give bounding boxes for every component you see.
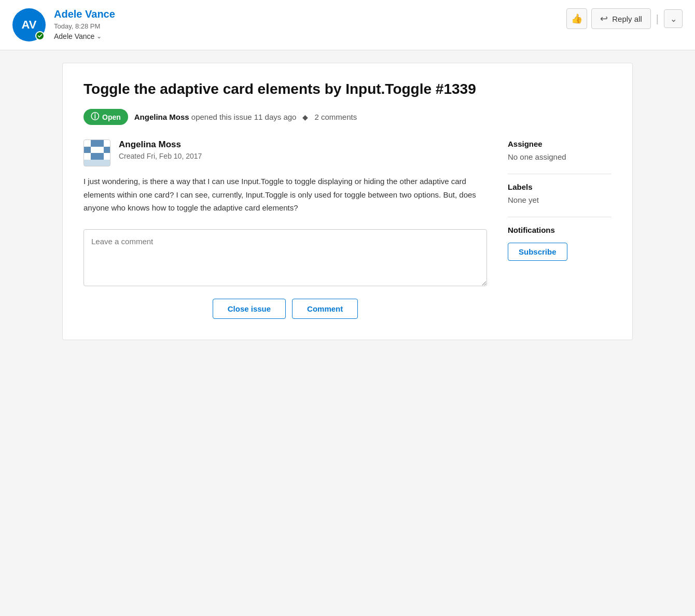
notifications-section: Notifications Subscribe <box>508 226 611 261</box>
sender-to: Adele Vance ⌄ <box>54 32 115 40</box>
thumbs-up-button[interactable]: 👍 <box>566 8 587 29</box>
header-actions: 👍 ↩ Reply all | ⌄ <box>566 8 683 29</box>
sidebar-divider-1 <box>508 174 611 174</box>
notifications-title: Notifications <box>508 226 611 234</box>
online-badge <box>35 31 45 40</box>
chevron-down-icon: ⌄ <box>670 14 677 24</box>
sender-name[interactable]: Adele Vance <box>54 8 115 20</box>
diamond-icon: ◆ <box>302 113 308 121</box>
avatar-initials: AV <box>22 18 37 32</box>
comments-count: 2 comments <box>314 113 357 121</box>
actions-dropdown-button[interactable]: ⌄ <box>664 9 683 28</box>
reply-icon: ↩ <box>600 13 608 24</box>
issue-sidebar: Assignee No one assigned Labels None yet… <box>508 139 611 273</box>
commenter-header: Angelina Moss Created Fri, Feb 10, 2017 <box>84 139 487 166</box>
reply-all-button[interactable]: ↩ Reply all <box>591 8 651 29</box>
email-header: AV Adele Vance Today, 8:28 PM Adele Vanc… <box>0 0 695 50</box>
comment-textarea[interactable] <box>84 229 487 286</box>
commenter-avatar <box>84 139 110 166</box>
thumbs-up-icon: 👍 <box>571 13 582 24</box>
close-issue-button[interactable]: Close issue <box>213 299 286 319</box>
open-icon: ⓘ <box>91 111 99 122</box>
issue-body-text: I just wondering, is there a way that I … <box>84 175 487 215</box>
recipient-chevron-icon[interactable]: ⌄ <box>96 33 102 40</box>
comment-button[interactable]: Comment <box>292 299 358 319</box>
assignee-title: Assignee <box>508 139 611 148</box>
subscribe-button[interactable]: Subscribe <box>508 243 567 261</box>
issue-main: Angelina Moss Created Fri, Feb 10, 2017 … <box>84 139 487 319</box>
sidebar-divider-2 <box>508 217 611 217</box>
action-buttons: Close issue Comment <box>84 299 487 319</box>
sender-info: Adele Vance Today, 8:28 PM Adele Vance ⌄ <box>54 8 115 40</box>
labels-title: Labels <box>508 183 611 191</box>
labels-section: Labels None yet <box>508 183 611 204</box>
assignee-section: Assignee No one assigned <box>508 139 611 161</box>
issue-meta-text: Angelina Moss opened this issue 11 days … <box>134 113 297 121</box>
issue-author: Angelina Moss <box>134 113 189 121</box>
issue-meta: ⓘ Open Angelina Moss opened this issue 1… <box>84 109 611 125</box>
commenter-info: Angelina Moss Created Fri, Feb 10, 2017 <box>119 139 202 160</box>
sender-time: Today, 8:28 PM <box>54 22 115 30</box>
issue-title: Toggle the adaptive card elements by Inp… <box>84 80 611 99</box>
avatar-wrap: AV <box>12 8 46 41</box>
open-badge: ⓘ Open <box>84 109 128 125</box>
reply-all-label: Reply all <box>612 15 642 23</box>
open-label: Open <box>102 113 121 121</box>
commenter-name: Angelina Moss <box>119 139 202 150</box>
sender-section: AV Adele Vance Today, 8:28 PM Adele Vanc… <box>12 8 115 41</box>
issue-body-section: Angelina Moss Created Fri, Feb 10, 2017 … <box>84 139 611 319</box>
action-divider: | <box>656 13 659 25</box>
assignee-value: No one assigned <box>508 152 611 161</box>
issue-card: Toggle the adaptive card elements by Inp… <box>62 63 633 340</box>
commenter-date: Created Fri, Feb 10, 2017 <box>119 152 202 160</box>
labels-value: None yet <box>508 195 611 204</box>
